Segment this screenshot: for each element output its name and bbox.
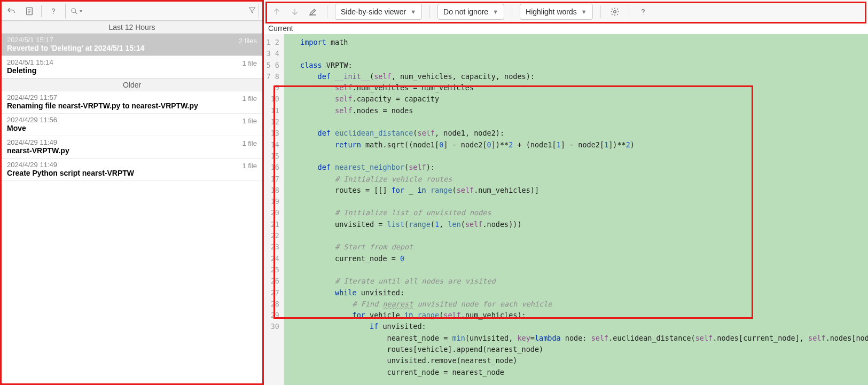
- entry-timestamp: 2024/5/1 15:14: [7, 58, 257, 66]
- diff-tab-current[interactable]: Current: [268, 24, 293, 33]
- history-entry[interactable]: 2024/4/29 11:49Create Python script near…: [2, 159, 262, 181]
- entry-file-count: 1 file: [243, 162, 257, 170]
- next-diff-icon[interactable]: [288, 5, 301, 18]
- entry-label: Deleting: [7, 66, 257, 75]
- toolbar-separator: [41, 5, 42, 17]
- ignore-mode-combo[interactable]: Do not ignore▼: [437, 4, 504, 20]
- history-entry[interactable]: 2024/4/29 11:57Renaming file nearst-VRPT…: [2, 91, 262, 114]
- history-section-header: Last 12 Hours: [2, 21, 262, 34]
- history-panel: ▾ Last 12 Hours2024/5/1 15:17Reverted to…: [0, 0, 264, 385]
- search-input[interactable]: ▾: [65, 4, 259, 19]
- entry-timestamp: 2024/4/29 11:49: [7, 161, 257, 169]
- entry-timestamp: 2024/4/29 11:57: [7, 93, 257, 101]
- search-dropdown-caret[interactable]: ▾: [80, 8, 82, 14]
- history-section-header: Older: [2, 78, 262, 91]
- code-area: 1 2 3 4 5 6 7 8 9 10 11 12 13 14 15 16 1…: [264, 34, 868, 385]
- prev-diff-icon[interactable]: [270, 5, 283, 18]
- app-root: ▾ Last 12 Hours2024/5/1 15:17Reverted to…: [0, 0, 868, 385]
- svg-point-3: [613, 10, 616, 13]
- toolbar-separator: [429, 5, 430, 18]
- svg-point-4: [643, 13, 643, 14]
- entry-label: Reverted to 'Deleting' at 2024/5/1 15:14: [7, 44, 257, 52]
- toolbar-separator: [512, 5, 512, 18]
- highlight-mode-combo[interactable]: Highlight words▼: [520, 4, 593, 20]
- entry-file-count: 1 file: [243, 95, 257, 103]
- chevron-down-icon: ▼: [492, 9, 498, 15]
- highlight-mode-label: Highlight words: [526, 7, 577, 16]
- svg-point-2: [72, 8, 76, 12]
- entry-label: nearst-VRPTW.py: [7, 146, 257, 155]
- help-icon[interactable]: [637, 5, 650, 18]
- history-entry[interactable]: 2024/5/1 15:17Reverted to 'Deleting' at …: [2, 34, 262, 56]
- toolbar-separator: [629, 5, 629, 18]
- entry-file-count: 1 file: [243, 117, 257, 125]
- entry-file-count: 1 file: [243, 139, 257, 147]
- history-list[interactable]: Last 12 Hours2024/5/1 15:17Reverted to '…: [2, 21, 262, 383]
- entry-timestamp: 2024/5/1 15:17: [7, 36, 257, 44]
- entry-timestamp: 2024/4/29 11:49: [7, 138, 257, 146]
- entry-label: Move: [7, 124, 257, 132]
- toolbar-separator: [600, 5, 601, 18]
- ignore-mode-label: Do not ignore: [443, 7, 488, 16]
- entry-label: Renaming file nearst-VRPTW.py to nearest…: [7, 101, 257, 110]
- chevron-down-icon: ▼: [581, 9, 587, 15]
- history-entry[interactable]: 2024/4/29 11:49nearst-VRPTW.py1 file: [2, 136, 262, 159]
- diff-icon[interactable]: [23, 5, 36, 18]
- edit-icon[interactable]: [307, 5, 319, 18]
- help-icon[interactable]: [47, 5, 60, 18]
- undo-icon[interactable]: [5, 5, 18, 18]
- line-gutter: 1 2 3 4 5 6 7 8 9 10 11 12 13 14 15 16 1…: [264, 34, 284, 385]
- entry-file-count: 1 file: [243, 59, 257, 67]
- history-toolbar: ▾: [2, 2, 262, 21]
- code-view[interactable]: import math class VRPTW: def __init__(se…: [284, 34, 868, 385]
- history-entry[interactable]: 2024/4/29 11:56Move1 file: [2, 114, 262, 136]
- history-entry[interactable]: 2024/5/1 15:14Deleting1 file: [2, 56, 262, 78]
- filter-icon[interactable]: [248, 6, 256, 16]
- entry-file-count: 2 files: [239, 37, 257, 45]
- settings-icon[interactable]: [608, 5, 621, 18]
- viewer-mode-label: Side-by-side viewer: [341, 7, 406, 16]
- toolbar-separator: [327, 5, 327, 18]
- chevron-down-icon: ▼: [410, 9, 416, 15]
- svg-point-1: [53, 13, 53, 13]
- entry-timestamp: 2024/4/29 11:56: [7, 116, 257, 124]
- diff-toolbar: Side-by-side viewer▼ Do not ignore▼ High…: [264, 0, 868, 23]
- diff-panel: Side-by-side viewer▼ Do not ignore▼ High…: [264, 0, 868, 385]
- entry-label: Create Python script nearst-VRPTW: [7, 169, 257, 177]
- viewer-mode-combo[interactable]: Side-by-side viewer▼: [335, 4, 422, 20]
